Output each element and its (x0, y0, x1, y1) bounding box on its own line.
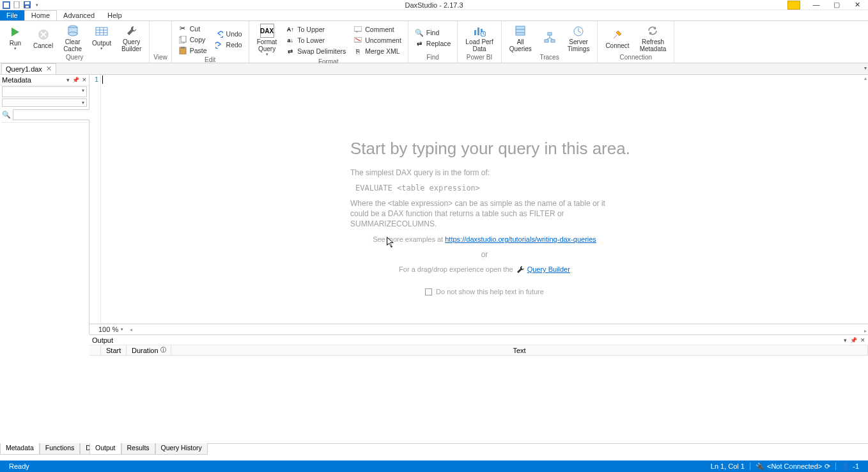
panel-menu-icon[interactable]: ▾ (66, 77, 70, 83)
output-col-icon[interactable] (89, 345, 101, 355)
run-button[interactable]: Run▾ (4, 24, 27, 52)
copy-button[interactable]: Copy (176, 35, 210, 44)
model-combo[interactable] (2, 98, 87, 107)
tab-output[interactable]: Output (89, 443, 121, 455)
output-col-text[interactable]: Text (171, 345, 868, 355)
editor-content[interactable]: Start by typing your query in this area.… (101, 75, 868, 324)
output-columns: Start Durationⓘ Text (89, 345, 868, 356)
tutorial-link[interactable]: https://daxstudio.org/tutorials/writing-… (445, 235, 596, 243)
menu-file[interactable]: File (0, 10, 24, 20)
group-connection-label: Connection (601, 54, 670, 63)
svg-rect-2 (14, 1, 19, 8)
query-builder-link[interactable]: Query Builder (527, 265, 570, 273)
dont-show-checkbox[interactable] (425, 288, 432, 295)
output-menu-icon[interactable]: ▾ (844, 337, 847, 343)
cancel-button[interactable]: Cancel (29, 26, 57, 51)
status-ready: Ready (4, 462, 35, 470)
svg-rect-33 (548, 33, 552, 35)
output-pin-icon[interactable]: 📌 (850, 337, 857, 343)
load-perf-button[interactable]: Load Perf Data (461, 22, 497, 54)
menu-home[interactable]: Home (24, 10, 57, 20)
merge-xml-button[interactable]: ⎘Merge XML (351, 47, 404, 56)
zoom-dropdown-icon[interactable]: ▾ (121, 327, 123, 332)
metadata-sidebar: Metadata ▾ 📌 ✕ 🔍 (0, 75, 89, 334)
refresh-metadata-button[interactable]: Refresh Metadata (636, 22, 670, 54)
server-timings-button[interactable]: Server Timings (564, 22, 594, 54)
query-builder-button[interactable]: Query Builder (118, 22, 145, 54)
to-lower-button[interactable]: a↓To Lower (283, 36, 348, 45)
undo-button[interactable]: Undo (212, 29, 245, 39)
wrench-icon (516, 265, 525, 274)
tab-functions[interactable]: Functions (40, 443, 81, 455)
swap-delim-button[interactable]: ⇄Swap Delimiters (283, 47, 348, 56)
status-user: 👤 -1 (836, 462, 864, 471)
close-tab-icon[interactable]: ✕ (46, 65, 52, 73)
query-plan-button[interactable] (538, 29, 561, 47)
panel-pin-icon[interactable]: 📌 (72, 77, 79, 83)
replace-button[interactable]: ⇄Replace (412, 39, 454, 49)
copy-icon (178, 35, 187, 44)
new-icon[interactable] (13, 1, 20, 9)
document-tab[interactable]: Query1.dax ✕ (1, 63, 56, 74)
undo-icon (215, 29, 224, 38)
to-upper-button[interactable]: A↑To Upper (283, 25, 348, 35)
watermark-desc: Where the <table expression> can be as s… (350, 198, 619, 229)
all-queries-icon (513, 24, 527, 38)
tab-metadata[interactable]: Metadata (0, 443, 40, 455)
save-icon[interactable] (23, 1, 31, 9)
svg-marker-6 (12, 28, 19, 36)
zoom-value[interactable]: 100 % (98, 326, 118, 333)
group-find-label: Find (412, 54, 454, 63)
redo-button[interactable]: Redo (212, 40, 245, 50)
output-body[interactable] (89, 356, 868, 443)
uncomment-button[interactable]: Uncomment (351, 36, 404, 45)
code-editor[interactable]: 1 Start by typing your query in this are… (89, 75, 868, 324)
svg-rect-21 (181, 47, 185, 49)
text-cursor (102, 75, 103, 84)
search-icon: 🔍 (2, 111, 11, 119)
group-edit-label: Edit (176, 56, 245, 63)
all-queries-button[interactable]: All Queries (506, 22, 536, 54)
editor-zoom-bar: 100 % ▾ ◂ ▸ (89, 324, 868, 334)
svg-rect-27 (477, 28, 479, 35)
find-button[interactable]: 🔍Find (412, 28, 454, 38)
metadata-tree[interactable] (1, 122, 88, 334)
cut-icon: ✂ (178, 24, 187, 33)
output-close-icon[interactable]: ✕ (860, 337, 865, 343)
maximize-button[interactable]: ▢ (832, 1, 841, 10)
format-query-button[interactable]: DAXFormat Query▾ (253, 22, 281, 58)
connect-button[interactable]: Connect (601, 26, 633, 51)
perf-icon (472, 24, 486, 38)
titlebar: ▾ DaxStudio - 2.17.3 — ▢ ✕ (0, 0, 868, 10)
editor-scroll-up[interactable]: ▴ (864, 75, 867, 81)
redo-icon (215, 40, 224, 49)
clear-cache-button[interactable]: Clear Cache (59, 22, 86, 54)
metadata-title: Metadata (2, 76, 31, 84)
watermark-or: or (350, 249, 619, 260)
editor-scroll-right[interactable]: ▸ (864, 328, 867, 334)
database-combo[interactable] (2, 86, 87, 97)
comment-button[interactable]: Comment (351, 25, 404, 35)
output-col-start[interactable]: Start (101, 345, 127, 355)
cut-button[interactable]: ✂Cut (176, 24, 210, 33)
flag-button[interactable] (787, 1, 800, 10)
merge-icon: ⎘ (353, 47, 362, 56)
qat-dropdown-icon[interactable]: ▾ (33, 1, 41, 9)
tab-results[interactable]: Results (121, 443, 155, 455)
group-view-label: View (153, 54, 167, 63)
close-button[interactable]: ✕ (853, 1, 862, 10)
menu-advanced[interactable]: Advanced (57, 10, 101, 20)
minimize-button[interactable]: — (812, 1, 821, 10)
panel-close-icon[interactable]: ✕ (82, 77, 87, 83)
tab-history[interactable]: Query History (155, 443, 208, 455)
menu-help[interactable]: Help (101, 10, 128, 20)
output-col-duration[interactable]: Durationⓘ (127, 345, 171, 355)
paste-button[interactable]: Paste (176, 45, 210, 55)
watermark-intro: The simplest DAX query is in the form of… (350, 168, 619, 178)
svg-marker-23 (356, 31, 358, 33)
output-panel: Output ▾ 📌 ✕ Start Durationⓘ Text (89, 334, 868, 443)
output-button[interactable]: Output▾ (88, 24, 115, 52)
upper-icon: A↑ (286, 25, 295, 34)
editor-scroll-left[interactable]: ◂ (130, 327, 132, 333)
tab-overflow-icon[interactable]: ▾ (864, 65, 867, 71)
